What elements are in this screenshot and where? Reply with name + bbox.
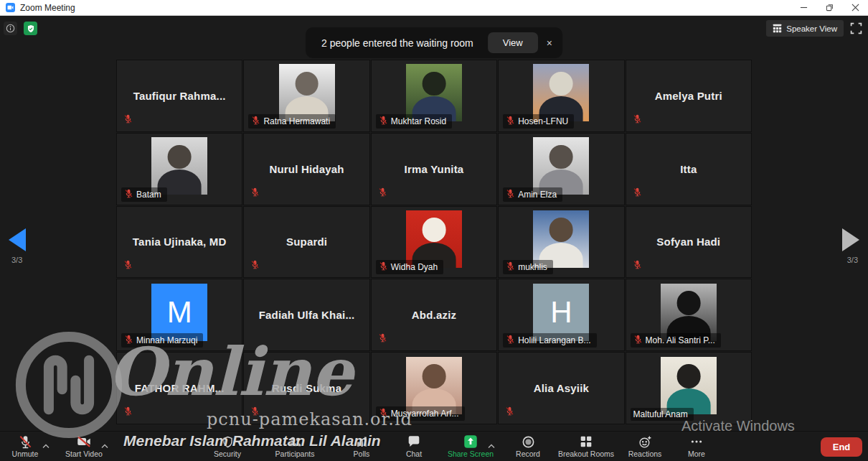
chevron-up-icon[interactable] [101,439,108,452]
participant-tile[interactable]: Fadiah Ulfa Khai... [244,279,369,350]
participant-tile[interactable]: Moh. Ali Santri P... [626,279,751,350]
participant-tile[interactable]: Alia Asyiik [499,353,623,424]
participant-name: Irma Yunita [399,163,470,175]
participant-tile[interactable]: Sofyan Hadi [626,207,751,278]
participant-tile[interactable]: Musyarrofah Arf... [372,353,496,424]
participants-icon [260,434,329,450]
participant-tile[interactable]: Maltuful Anam [626,353,751,424]
participant-tile[interactable]: Nurul Hidayah [244,134,369,205]
participant-tile[interactable]: Irma Yunita [372,134,496,205]
toolbar-item-label: More [662,450,731,458]
participant-name: Taufiqur Rahma... [128,90,232,102]
chevron-up-icon[interactable] [42,439,49,452]
meeting-canvas: 2 people entered the waiting room View ×… [0,16,868,461]
participant-label: Amin Elza [503,187,562,202]
photo-avatar [151,137,207,195]
participant-name: mukhlis [518,262,547,272]
participant-label: Musyarrofah Arf... [376,406,465,421]
muted-mic-icon [378,332,387,345]
participant-name: Mukhtar Rosid [391,116,446,126]
participant-label: Widha Dyah [376,260,443,274]
participant-name: Holili Larangan B... [518,335,590,345]
page-indicator-right: 3/3 [847,256,858,264]
participant-tile[interactable]: Rusdi Sukma [244,353,369,424]
photo-avatar [279,64,335,121]
photo-avatar [533,137,589,195]
fullscreen-icon[interactable] [850,22,862,34]
watermark-logo [13,329,125,441]
previous-page-arrow[interactable] [9,228,26,251]
participant-name: Musyarrofah Arf... [391,409,459,419]
muted-mic-icon [506,189,515,200]
more-icon [662,434,731,450]
notification-close-icon[interactable]: × [547,38,552,48]
toolbar-item-label: Security [193,450,262,458]
participant-label: Batam [121,187,167,202]
muted-mic-icon [379,408,388,419]
participant-tile[interactable]: Abd.aziz [372,279,496,350]
speaker-view-button[interactable]: Speaker View [766,20,844,37]
participant-label: Hosen-LFNU [503,114,574,129]
avatar-head-shape [549,72,573,96]
muted-mic-icon [506,116,515,127]
muted-mic-icon [506,261,515,273]
page-indicator-left: 3/3 [11,256,22,264]
participant-tile[interactable]: Batam [117,134,242,205]
participant-tile[interactable]: FATHOR RAHM... [117,353,242,424]
muted-mic-icon [250,187,260,200]
avatar-head-shape [549,145,573,169]
security-button[interactable]: Security [193,434,262,458]
participant-label: Holili Larangan B... [503,333,596,348]
encryption-shield-icon[interactable] [24,22,37,35]
avatar-head-shape [423,72,446,96]
participant-tile[interactable]: Widha Dyah [372,207,496,278]
title-bar: Zoom Meeting [0,0,868,16]
muted-mic-icon [124,189,133,200]
participants-button[interactable]: Participants [260,434,329,458]
next-page-arrow[interactable] [842,228,859,251]
notification-text: 2 people entered the waiting room [321,37,473,49]
restore-button[interactable] [816,0,842,15]
participant-tile[interactable]: Amin Elza [499,134,623,205]
meeting-info-icon[interactable] [4,22,17,35]
participant-name: Abd.aziz [406,309,462,321]
muted-mic-icon [506,335,515,346]
participant-tile[interactable]: Amelya Putri [626,60,751,131]
zoom-logo-icon [6,3,15,12]
participant-name: Itta [674,163,702,175]
participant-tile[interactable]: HHolili Larangan B... [499,279,623,350]
participant-label: Mukhtar Rosid [376,114,452,129]
participant-name: Nurul Hidayah [263,163,349,175]
close-button[interactable] [842,0,868,15]
participant-tile[interactable]: mukhlis [499,207,623,278]
window-title: Zoom Meeting [20,3,75,13]
minimize-button[interactable] [791,0,816,15]
participant-tile[interactable]: Tania Ujinaka, MD [117,207,242,278]
gallery-grid-icon [773,24,782,33]
view-waiting-room-button[interactable]: View [488,32,538,53]
participant-tile[interactable]: Itta [626,134,751,205]
participant-tile[interactable]: Ratna Hermawati [244,60,369,131]
photo-avatar [661,357,717,414]
participant-name: Hosen-LFNU [518,116,568,126]
more-button[interactable]: More [662,434,731,458]
avatar-head-shape [676,364,700,388]
participant-name: Tania Ujinaka, MD [127,236,232,248]
participant-tile[interactable]: Taufiqur Rahma... [117,60,242,131]
participant-tile[interactable]: Mukhtar Rosid [372,60,496,131]
participant-name: Batam [136,190,161,200]
photo-avatar [406,357,462,414]
end-meeting-button[interactable]: End [821,437,862,457]
participant-name: Widha Dyah [391,262,438,272]
participant-tile[interactable]: Supardi [244,207,369,278]
participant-tile[interactable]: MMinnah Marzuqi [117,279,242,350]
muted-mic-icon [124,335,133,346]
photo-avatar [406,210,462,268]
meeting-toolbar: End UnmuteStart VideoSecurityParticipant… [0,431,868,461]
initial-avatar: H [533,284,589,341]
muted-mic-icon [633,187,642,200]
initial-avatar: M [151,284,207,341]
participant-tile[interactable]: Hosen-LFNU [499,60,623,131]
speaker-view-label: Speaker View [786,24,837,33]
photo-avatar [533,210,589,268]
